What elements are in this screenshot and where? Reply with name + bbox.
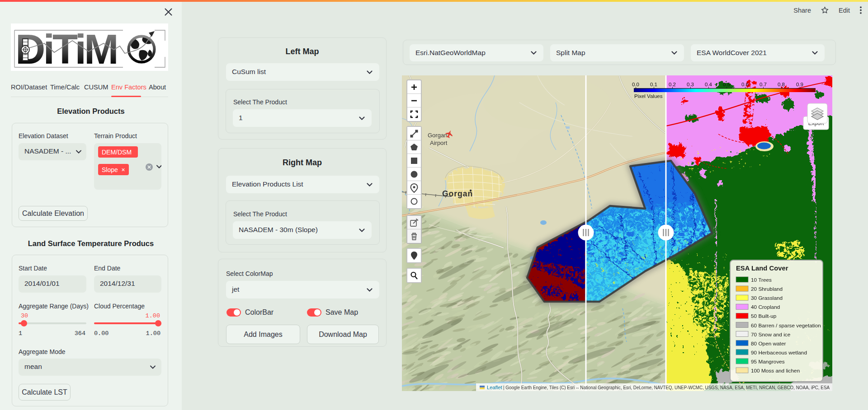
svg-text:Gorgan: Gorgan — [428, 132, 447, 139]
svg-text:0.8: 0.8 — [778, 82, 785, 87]
svg-text:Pixel Values: Pixel Values — [634, 93, 663, 99]
svg-text:0.3: 0.3 — [687, 82, 694, 87]
svg-text:0.9: 0.9 — [796, 82, 803, 87]
svg-text:0.5: 0.5 — [723, 82, 730, 87]
svg-text:Airport: Airport — [430, 140, 448, 146]
svg-text:Gorgan: Gorgan — [442, 189, 473, 198]
svg-text:0.1: 0.1 — [650, 82, 657, 87]
svg-text:90 Herbaceous wetland: 90 Herbaceous wetland — [751, 349, 807, 356]
svg-text:0.6: 0.6 — [741, 82, 749, 87]
svg-text:10 Trees: 10 Trees — [751, 277, 772, 283]
svg-text:ESA Land Cover: ESA Land Cover — [736, 265, 788, 272]
svg-text:30 Grassland: 30 Grassland — [751, 295, 783, 301]
svg-text:50 Built-up: 50 Built-up — [751, 313, 777, 319]
svg-text:DiTiM: DiTiM — [15, 26, 117, 71]
svg-text:70 Snow and ice: 70 Snow and ice — [751, 331, 791, 338]
svg-text:0.2: 0.2 — [669, 82, 676, 87]
svg-text:| Google Earth Engine, Tiles (: | Google Earth Engine, Tiles (C) Esri --… — [503, 385, 830, 390]
svg-text:95 Mangroves: 95 Mangroves — [751, 359, 785, 365]
svg-text:Leaflet: Leaflet — [487, 385, 503, 390]
svg-text:0.4: 0.4 — [705, 82, 712, 87]
svg-text:60 Barren / sparse vegetation: 60 Barren / sparse vegetation — [751, 322, 821, 329]
svg-text:100 Moss and lichen: 100 Moss and lichen — [751, 368, 800, 374]
svg-text:20 Shrubland: 20 Shrubland — [751, 286, 783, 292]
svg-text:0.0: 0.0 — [632, 82, 639, 87]
svg-text:80 Open water: 80 Open water — [751, 340, 786, 347]
svg-text:40 Cropland: 40 Cropland — [751, 304, 780, 310]
svg-text:0.7: 0.7 — [760, 82, 767, 87]
